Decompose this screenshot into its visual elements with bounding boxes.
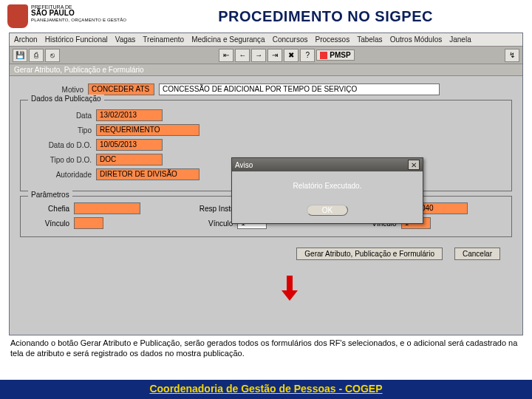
motivo-code-field[interactable]: CONCEDER ATS xyxy=(88,83,154,95)
menubar: Archon Histórico Funcional Vagas Treinam… xyxy=(10,33,522,47)
callout-arrow-icon xyxy=(283,276,296,301)
help-icon[interactable]: ? xyxy=(300,49,315,62)
slide-footer: Coordenadoria de Gestão de Pessoas - COG… xyxy=(0,380,532,399)
motivo-label: Motivo xyxy=(17,86,83,94)
logo-line3: PLANEJAMENTO, ORÇAMENTO E GESTÃO xyxy=(31,18,126,22)
autoridade-label: Autoridade xyxy=(25,171,92,179)
menu-historico[interactable]: Histórico Funcional xyxy=(45,35,108,44)
save-icon[interactable]: 💾 xyxy=(13,49,27,62)
vinculo1-label: Vínculo xyxy=(25,219,69,228)
print-icon[interactable]: ⎙ xyxy=(29,49,44,62)
nav-next-icon[interactable]: → xyxy=(251,49,266,62)
exit-icon[interactable]: ⎋ xyxy=(45,49,60,62)
button-bar: Gerar Atributo, Publicação e Formulário … xyxy=(17,242,515,265)
motivo-desc-field[interactable]: CONCESSÃO DE ADICIONAL POR TEMPO DE SERV… xyxy=(159,83,440,95)
close-icon[interactable]: ✕ xyxy=(408,160,420,170)
menu-treinamento[interactable]: Treinamento xyxy=(143,35,184,44)
menu-archon[interactable]: Archon xyxy=(14,35,38,44)
data-field[interactable]: 13/02/2013 xyxy=(96,109,163,121)
data-do-field[interactable]: 10/05/2013 xyxy=(96,139,163,151)
nav-first-icon[interactable]: ⇤ xyxy=(219,49,233,62)
run-icon[interactable]: ↯ xyxy=(505,49,519,62)
logo-line2: SÃO PAULO xyxy=(31,10,126,18)
city-crest-icon xyxy=(7,4,28,28)
gerar-button[interactable]: Gerar Atributo, Publicação e Formulário xyxy=(296,248,443,260)
tipo-label: Tipo xyxy=(25,126,92,134)
pmsp-selector[interactable]: PMSP xyxy=(316,50,354,61)
vinculo1-field[interactable] xyxy=(74,217,103,229)
menu-medicina[interactable]: Medicina e Segurança xyxy=(191,35,265,44)
menu-processos[interactable]: Processos xyxy=(315,35,349,44)
ok-button[interactable]: OK xyxy=(307,205,348,216)
menu-outros[interactable]: Outros Módulos xyxy=(390,35,443,44)
pub-legend: Dados da Publicação xyxy=(28,95,104,103)
stop-icon[interactable]: ✖ xyxy=(284,49,299,62)
page-title: PROCEDIMENTO NO SIGPEC xyxy=(126,8,525,25)
slide-header: PREFEITURA DE SÃO PAULO PLANEJAMENTO, OR… xyxy=(0,0,532,33)
resp-instr-label: Resp Instr xyxy=(188,205,233,213)
dialog-titlebar: Aviso ✕ xyxy=(232,158,423,171)
logo: PREFEITURA DE SÃO PAULO PLANEJAMENTO, OR… xyxy=(7,4,126,28)
nav-prev-icon[interactable]: ← xyxy=(235,49,250,62)
data-do-label: Data do D.O. xyxy=(25,141,92,149)
chefia-field[interactable] xyxy=(74,202,140,214)
subwindow-title: Gerar Atributo, Publicação e Formulário xyxy=(10,64,522,76)
vinculo2-label: Vínculo xyxy=(188,219,233,228)
pmsp-label: PMSP xyxy=(330,51,350,59)
cancelar-button[interactable]: Cancelar xyxy=(454,248,500,260)
pmsp-flag-icon xyxy=(320,52,327,59)
menu-vagas[interactable]: Vagas xyxy=(115,35,136,44)
app-window: Archon Histórico Funcional Vagas Treinam… xyxy=(9,33,523,335)
tipo-do-field[interactable]: DOC xyxy=(96,154,163,166)
tipo-do-label: Tipo do D.O. xyxy=(25,156,92,164)
data-label: Data xyxy=(25,112,92,120)
subwindow-title-text: Gerar Atributo, Publicação e Formulário xyxy=(14,66,144,74)
autoridade-field[interactable]: DIRETOR DE DIVISÃO xyxy=(96,168,200,180)
alert-dialog: Aviso ✕ Relatório Executado. OK xyxy=(231,157,423,224)
dialog-message: Relatório Executado. xyxy=(293,182,362,190)
params-legend: Parâmetros xyxy=(28,191,72,199)
chefia-label: Chefia xyxy=(25,205,69,213)
toolbar: 💾 ⎙ ⎋ ⇤ ← → ⇥ ✖ ? PMSP ↯ xyxy=(10,47,522,64)
dialog-title: Aviso xyxy=(235,161,253,169)
menu-janela[interactable]: Janela xyxy=(449,35,471,44)
tipo-field[interactable]: REQUERIMENTO xyxy=(96,124,200,136)
menu-tabelas[interactable]: Tabelas xyxy=(357,35,382,44)
nav-last-icon[interactable]: ⇥ xyxy=(267,49,282,62)
menu-concursos[interactable]: Concursos xyxy=(273,35,308,44)
slide-caption: Acionando o botão Gerar Atributo e Publi… xyxy=(0,335,532,361)
